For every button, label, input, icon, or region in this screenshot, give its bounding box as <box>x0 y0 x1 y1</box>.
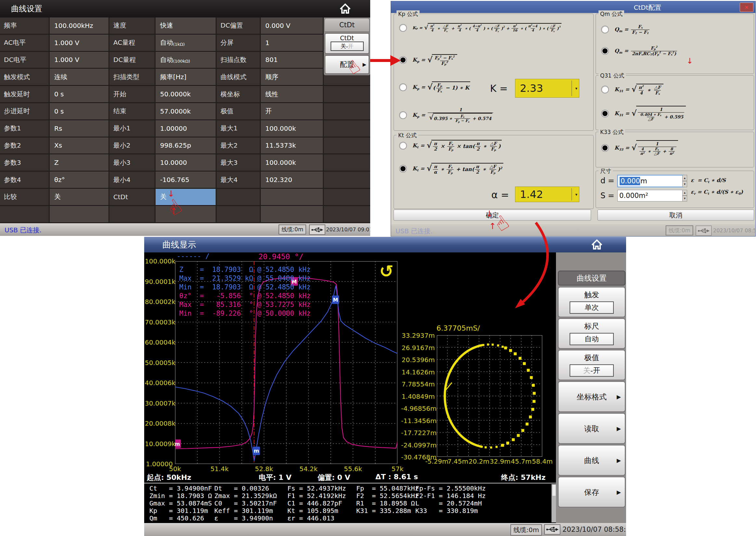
group-label: 尺寸 <box>598 167 613 175</box>
k-coeff-label: K = <box>490 83 508 94</box>
setting-value[interactable]: 开 <box>260 103 324 120</box>
trace1-scale-label: ------ / <box>177 252 209 260</box>
y-tick-label: -17.7227m <box>401 429 435 437</box>
setting-value[interactable]: 0.000 V <box>260 17 324 35</box>
epsilon-r-formula: εr = Ct ∗ d/(S ∗ ε0) <box>691 189 743 195</box>
cancel-button[interactable]: 取消 <box>597 210 754 220</box>
setting-value-ctdt[interactable]: 关 <box>155 189 217 206</box>
home-icon[interactable] <box>339 2 352 15</box>
svg-text:m: m <box>254 448 259 454</box>
save-button[interactable]: 保存▶ <box>558 477 626 507</box>
setting-value[interactable]: 自动(1kΩ) <box>155 35 217 52</box>
home-icon[interactable] <box>591 238 603 251</box>
x-tick-label: 55.6k <box>344 465 362 473</box>
setting-label: 最小3 <box>109 154 155 172</box>
sweep-info: 终点: 57kHz <box>501 473 546 483</box>
extremum-toggle[interactable]: 极值关-开 <box>558 350 626 380</box>
setting-label: 结束 <box>109 103 155 120</box>
ok-button[interactable]: 确定 <box>394 210 591 220</box>
x-tick-label: 20.2m <box>469 457 489 465</box>
radio-unselected[interactable] <box>399 24 407 32</box>
setting-value[interactable]: 998.625p <box>155 138 217 155</box>
setting-value[interactable]: 1.000 V <box>49 52 109 69</box>
radio-unselected[interactable] <box>601 26 609 33</box>
results-row: Ct = 3.94900nFDt = 0.00326Fs = 52.4937kH… <box>144 485 552 492</box>
ctdt-config-dialog: CtDt配置 ✕ Kp 公式 K = 2.33 Kp = √π24 ∗ △FFs… <box>391 1 756 237</box>
setting-value[interactable]: 自动(100kΩ) <box>155 52 217 69</box>
setting-value[interactable]: 关 <box>49 189 109 206</box>
setting-label: 触发模式 <box>0 69 49 86</box>
curve-settings-table: 频率100.000kHz速度快速DC偏置0.000 VAC电平1.000 VAC… <box>0 17 370 223</box>
x-tick-label: 45.7m <box>511 457 532 465</box>
radio-selected[interactable] <box>601 144 609 152</box>
setting-value[interactable]: 50.0000k <box>155 86 217 103</box>
setting-value[interactable]: 线性 <box>260 86 324 103</box>
curve-button[interactable]: 曲线▶ <box>558 445 626 476</box>
setting-value[interactable]: Z <box>49 154 109 172</box>
radio-unselected[interactable] <box>399 111 407 119</box>
radio-unselected[interactable] <box>601 86 609 93</box>
y-tick-label: 1.00000 <box>145 460 173 468</box>
s-spinner[interactable]: ▲▼ <box>682 190 687 201</box>
setting-value[interactable]: 100.000k <box>260 154 324 172</box>
results-scrollbar[interactable] <box>552 484 556 522</box>
y-tick-label: 90.0001k <box>145 278 173 285</box>
radio-selected[interactable] <box>399 56 407 64</box>
d-spinner[interactable]: ▲▼ <box>682 175 687 187</box>
close-icon[interactable]: ✕ <box>740 3 753 12</box>
setting-value[interactable]: Xs <box>49 138 109 155</box>
y-tick-label: 26.9167m <box>401 344 435 352</box>
setting-value[interactable]: 0 s <box>49 103 109 120</box>
setting-value[interactable]: 100.000kHz <box>49 17 109 35</box>
read-button[interactable]: 读取▶ <box>558 413 626 444</box>
setting-value[interactable]: 0 s <box>49 86 109 103</box>
setting-value[interactable]: θz° <box>49 172 109 189</box>
setting-value[interactable] <box>260 189 324 206</box>
radio-selected[interactable] <box>601 110 609 117</box>
s-input[interactable]: 0.000m² <box>617 190 683 201</box>
display-header: 曲线显示 <box>144 237 626 252</box>
setting-label: 触发延时 <box>0 86 49 103</box>
setting-value[interactable] <box>260 206 324 223</box>
formula-option: Kt = √π2 × FsFp × tan(π2 ∗ △FFp) <box>399 140 502 151</box>
setting-value[interactable]: 801 <box>260 52 324 69</box>
ctdt-config-button[interactable]: 配置 ▶ <box>325 55 369 74</box>
dialog-titlebar: CtDt配置 ✕ <box>391 1 755 13</box>
setting-value[interactable]: -106.765 <box>155 172 217 189</box>
ctdt-toggle-button[interactable]: CtDt 关-开 <box>325 33 369 54</box>
setting-value[interactable]: 57.0000k <box>155 103 217 120</box>
setting-label: 步进延时 <box>0 103 49 120</box>
formula-option: K33 = √14π2 ∗ Fs△F + 8π2 <box>601 140 678 156</box>
page-title: 曲线显示 <box>162 239 196 251</box>
setting-value[interactable]: 顺序 <box>260 69 324 86</box>
radio-selected[interactable] <box>601 47 609 55</box>
setting-value[interactable]: 1.000 V <box>49 35 109 52</box>
setting-value[interactable] <box>49 206 109 223</box>
setting-value[interactable]: 10.0000 <box>155 154 217 172</box>
y-tick-label: 40.0006k <box>145 379 173 387</box>
d-input[interactable]: 0.000m <box>617 175 684 187</box>
setting-value[interactable]: 频率[Hz] <box>155 69 217 86</box>
setting-value[interactable]: 快速 <box>155 17 217 35</box>
setting-value[interactable]: 11.5373k <box>260 138 324 155</box>
curve-settings-header-button[interactable]: 曲线设置 <box>558 271 626 285</box>
radio-unselected[interactable] <box>399 84 407 91</box>
setting-value[interactable] <box>155 206 217 223</box>
setting-value[interactable]: 100.000k <box>260 120 324 138</box>
ctdt-toggle-label: CtDt <box>325 34 369 42</box>
ruler-toggle[interactable]: 标尺自动 <box>558 318 626 349</box>
setting-value[interactable]: 102.320 <box>260 172 324 189</box>
alpha-coeff-dropdown[interactable]: 1.42 <box>515 186 579 202</box>
setting-value[interactable]: 连续 <box>49 69 109 86</box>
k-coeff-dropdown[interactable]: 2.33 <box>515 79 579 98</box>
setting-value[interactable]: 1.00000 <box>155 120 217 138</box>
setting-label: 分屏 <box>217 35 260 52</box>
trigger-toggle[interactable]: 触发单次 <box>558 287 626 317</box>
formula: Kt = √πα ∗ FsFp + tan(π2 ∗ △FFp)2 <box>413 163 503 175</box>
y-tick-label: 20.5396m <box>401 356 435 364</box>
setting-value[interactable]: 1 <box>260 35 324 52</box>
coord-format-button[interactable]: 坐标格式▶ <box>558 381 626 412</box>
setting-value[interactable]: Rs <box>49 120 109 138</box>
radio-selected[interactable] <box>399 165 407 173</box>
radio-unselected[interactable] <box>399 142 407 150</box>
